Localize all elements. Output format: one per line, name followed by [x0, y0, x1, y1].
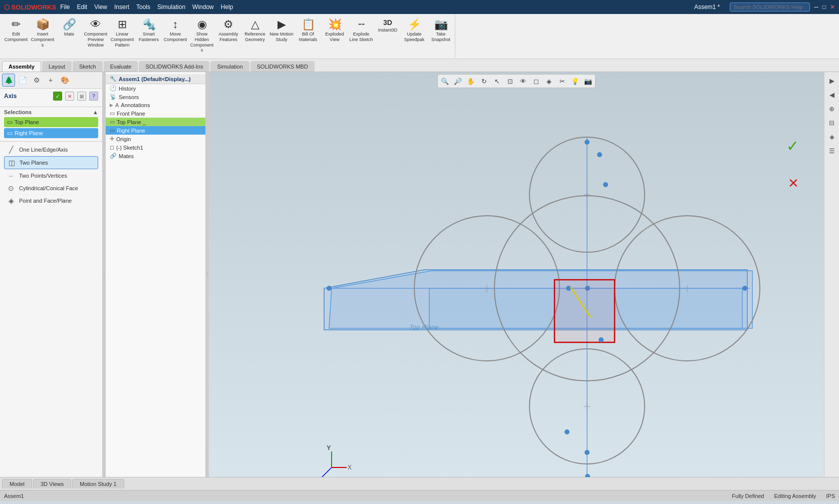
annotations-expand-arrow[interactable]: ▶ — [110, 103, 113, 108]
method-point-face[interactable]: ◈ Point and Face/Plane — [4, 195, 98, 207]
tree-item-history[interactable]: 🕐 History — [106, 84, 205, 93]
confirm-button[interactable]: ✓ — [786, 137, 799, 155]
menu-insert[interactable]: Insert — [114, 4, 129, 11]
rp-button-4[interactable]: ⊟ — [825, 116, 838, 129]
insert-components-button[interactable]: 📦 Insert Components — [30, 17, 56, 55]
reference-geometry-button[interactable]: △ Reference Geometry — [242, 17, 268, 55]
explode-line-sketch-button[interactable]: ╌ Explode Line Sketch — [348, 17, 374, 55]
vpt-select[interactable]: ↖ — [491, 76, 503, 87]
search-input[interactable] — [730, 3, 810, 12]
close-button[interactable]: ✕ — [830, 4, 835, 11]
feature-manager-icon-btn[interactable]: 🌲 — [2, 74, 15, 87]
tab-layout[interactable]: Layout — [42, 61, 72, 72]
selections-collapse-icon[interactable]: ▲ — [93, 109, 98, 115]
axis-cancel-button[interactable]: ✕ — [65, 92, 74, 101]
handle-left[interactable] — [327, 286, 332, 291]
cancel-button[interactable]: ✕ — [788, 176, 799, 191]
bill-of-materials-button[interactable]: 📋 Bill Of Materials — [295, 17, 321, 55]
show-hidden-label: Show Hidden Components — [190, 32, 214, 53]
rp-button-1[interactable]: ▶ — [825, 74, 838, 87]
method-two-points[interactable]: ·· Two Points/Vertices — [4, 170, 98, 182]
rp-button-5[interactable]: ◈ — [825, 130, 838, 143]
vpt-zoom-to-fit[interactable]: 🔍 — [439, 76, 451, 87]
menu-view[interactable]: View — [94, 4, 107, 11]
handle-red-bottom-right[interactable] — [599, 337, 604, 342]
tree-item-top-plane[interactable]: ▭ Top Plane _ — [106, 118, 205, 126]
rp-button-3[interactable]: ⊕ — [825, 102, 838, 115]
move-component-button[interactable]: ↕ Move Component — [162, 17, 188, 55]
property-manager-icon-btn[interactable]: 📄 — [16, 74, 29, 87]
handle-top[interactable] — [585, 140, 590, 145]
handle-right[interactable] — [742, 286, 747, 291]
menu-window[interactable]: Window — [192, 4, 214, 11]
tab-addins[interactable]: SOLIDWORKS Add-Ins — [139, 61, 209, 72]
smart-fasteners-button[interactable]: 🔩 Smart Fasteners — [136, 17, 162, 55]
selection-right-plane[interactable]: ▭ Right Plane — [4, 128, 98, 138]
vpt-camera[interactable]: 📷 — [582, 76, 594, 87]
selection-top-plane[interactable]: ▭ Top Plane — [4, 117, 98, 127]
exploded-view-button[interactable]: 💥 Exploded View — [322, 17, 348, 55]
method-one-line[interactable]: ╱ One Line/Edge/Axis — [4, 144, 98, 156]
take-snapshot-button[interactable]: 📷 Take Snapshot — [428, 17, 454, 55]
handle-bottom[interactable] — [585, 450, 590, 455]
selections-header[interactable]: Selections ▲ — [4, 109, 98, 115]
vpt-lights[interactable]: 💡 — [569, 76, 581, 87]
vpt-pan[interactable]: ✋ — [465, 76, 477, 87]
bottom-tab-motion-study[interactable]: Motion Study 1 — [72, 479, 124, 488]
rp-button-6[interactable]: ☰ — [825, 144, 838, 157]
annotations-icon: A — [115, 102, 119, 108]
show-hidden-button[interactable]: ◉ Show Hidden Components — [189, 17, 215, 55]
handle-red-top-left[interactable] — [566, 286, 571, 291]
handle-circle-top-right[interactable] — [603, 182, 608, 187]
mate-button[interactable]: 🔗 Mate — [56, 17, 82, 55]
tab-assembly[interactable]: Assembly — [2, 61, 41, 72]
display-manager-icon-btn[interactable]: 🎨 — [58, 74, 71, 87]
axis-options-button[interactable]: ⊞ — [77, 92, 86, 101]
rp-button-2[interactable]: ◀ — [825, 88, 838, 101]
edit-component-button[interactable]: ✏ Edit Component — [3, 17, 29, 55]
vpt-zoom-in[interactable]: 🔎 — [452, 76, 464, 87]
assembly-features-button[interactable]: ⚙ Assembly Features — [215, 17, 241, 55]
handle-top2[interactable] — [597, 152, 602, 157]
viewport[interactable]: 🔍 🔎 ✋ ↻ ↖ ⊡ 👁 ◻ ◈ ✂ 💡 📷 — [209, 72, 824, 477]
new-motion-study-button[interactable]: ▶ New Motion Study — [268, 17, 295, 55]
menu-edit[interactable]: Edit — [77, 4, 88, 11]
tree-item-annotations[interactable]: ▶ A Annotations — [106, 101, 205, 109]
vpt-hide[interactable]: 👁 — [517, 76, 529, 87]
config-manager-icon-btn[interactable]: ⚙ — [30, 74, 43, 87]
update-speedpak-button[interactable]: ⚡ Update Speedpak — [401, 17, 427, 55]
axis-ok-button[interactable]: ✓ — [53, 92, 62, 101]
component-preview-button[interactable]: 👁 Component Preview Window — [83, 17, 109, 55]
tree-item-origin[interactable]: ✛ Origin — [106, 135, 205, 143]
menu-help[interactable]: Help — [221, 4, 233, 11]
vpt-section[interactable]: ✂ — [556, 76, 568, 87]
tree-item-front-plane[interactable]: ▭ Front Plane — [106, 109, 205, 118]
menu-simulation[interactable]: Simulation — [157, 4, 185, 11]
instant3d-button[interactable]: 3D Instant3D — [375, 17, 401, 55]
tab-sketch[interactable]: Sketch — [73, 61, 103, 72]
vpt-shaded[interactable]: ◈ — [543, 76, 555, 87]
tree-item-mates[interactable]: 🔗 Mates — [106, 152, 205, 160]
maximize-button[interactable]: □ — [822, 4, 826, 11]
vpt-wireframe[interactable]: ◻ — [530, 76, 542, 87]
status-units: IPS — [826, 493, 835, 499]
tree-item-right-plane[interactable]: ▭ Right Plane — [106, 126, 205, 135]
method-two-planes[interactable]: ◫ Two Planes — [4, 156, 98, 169]
linear-component-button[interactable]: ⊞ Linear Component Pattern — [109, 17, 135, 55]
bottom-tab-3d-views[interactable]: 3D Views — [33, 479, 71, 488]
dimetrix-manager-icon-btn[interactable]: + — [44, 74, 57, 87]
minimize-button[interactable]: ─ — [814, 4, 818, 11]
tree-item-sensors[interactable]: 📡 Sensors — [106, 93, 205, 101]
tab-simulation[interactable]: Simulation — [210, 61, 249, 72]
menu-tools[interactable]: Tools — [136, 4, 150, 11]
tree-item-sketch1[interactable]: ◻ (-) Sketch1 — [106, 143, 205, 152]
vpt-rotate[interactable]: ↻ — [478, 76, 490, 87]
axis-help-button[interactable]: ? — [89, 92, 98, 101]
tab-evaluate[interactable]: Evaluate — [104, 61, 138, 72]
handle-bottom-left[interactable] — [565, 429, 570, 434]
bottom-tab-model[interactable]: Model — [2, 479, 32, 488]
tab-mbd[interactable]: SOLIDWORKS MBD — [250, 61, 315, 72]
vpt-display[interactable]: ⊡ — [504, 76, 516, 87]
menu-file[interactable]: File — [60, 4, 70, 11]
method-cylindrical[interactable]: ⊙ Cylindrical/Conical Face — [4, 182, 98, 194]
